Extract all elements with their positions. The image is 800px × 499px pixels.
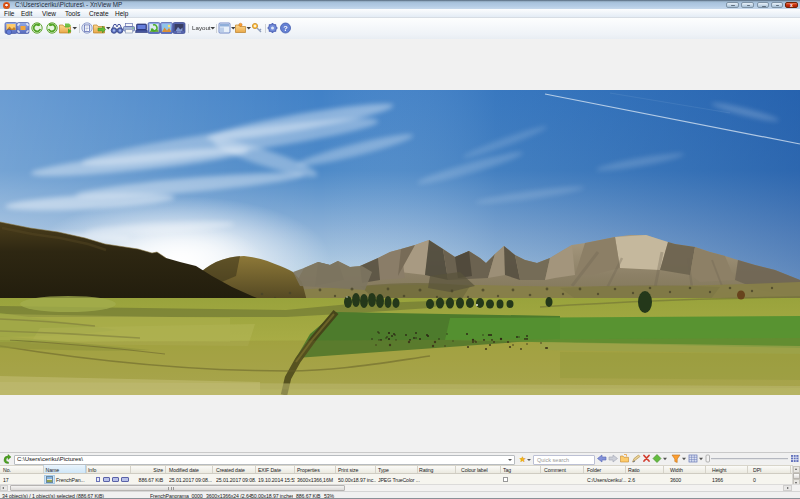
svg-text:Layout: Layout <box>192 24 211 31</box>
svg-text:?: ? <box>283 24 288 33</box>
